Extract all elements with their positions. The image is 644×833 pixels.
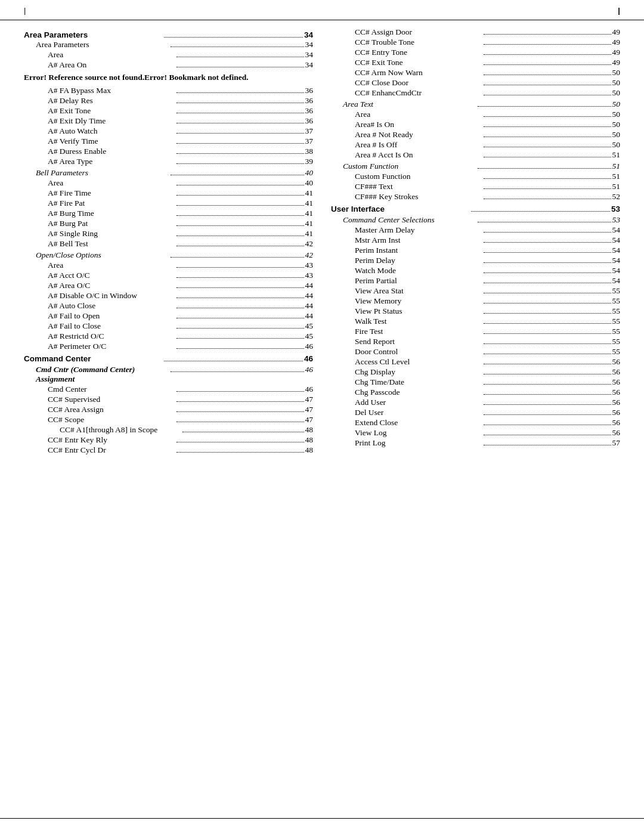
toc-page-number: 49	[612, 48, 621, 57]
entry-label: Cmd Center	[48, 385, 175, 394]
toc-page-number: 56	[612, 428, 621, 438]
toc-subsection: Area Text50	[331, 100, 620, 109]
toc-page-number: 54	[612, 256, 621, 265]
toc-page-number: 56	[612, 418, 621, 428]
toc-dots	[177, 236, 304, 236]
toc-page-number: 36	[305, 106, 314, 116]
toc-dots	[164, 361, 303, 361]
entry-label: A# Acct O/C	[48, 271, 175, 280]
toc-entry: View Pt Status55	[331, 306, 620, 316]
toc-dots	[484, 232, 611, 233]
section-label: Area Parameters	[24, 30, 163, 39]
toc-page-number: 45	[305, 332, 314, 341]
toc-entry: A# Exit Dly Time36	[24, 116, 313, 126]
entry-label: A# Auto Close	[48, 301, 175, 311]
toc-dots	[171, 175, 304, 175]
entry-label: A# Restrictd O/C	[48, 332, 175, 341]
toc-entry: Watch Mode54	[331, 266, 620, 275]
entry-label: A# Single Ring	[48, 229, 175, 239]
toc-dots	[171, 47, 304, 47]
toc-dots	[484, 404, 611, 405]
entry-label: A# Area On	[48, 60, 175, 70]
toc-page-number: 40	[305, 168, 314, 178]
toc-entry: A# Bell Test42	[24, 239, 313, 249]
toc-dots	[177, 318, 304, 318]
entry-label: Watch Mode	[355, 266, 482, 275]
toc-page-number: 56	[612, 398, 621, 407]
header-separator: |	[618, 6, 620, 15]
toc-dots	[484, 157, 611, 157]
toc-page-number: 44	[305, 291, 314, 301]
toc-entry: Area# Is On50	[331, 120, 620, 129]
entry-label: A# Exit Dly Time	[48, 116, 175, 126]
toc-page-number: 55	[612, 286, 621, 296]
left-column: Area Parameters34Area Parameters34Area34…	[24, 25, 313, 818]
toc-page-number: 50	[612, 140, 621, 150]
toc-entry: View Area Stat55	[331, 286, 620, 296]
toc-page-number: 41	[305, 209, 314, 218]
entry-label: A# Duress Enable	[48, 147, 175, 156]
toc-page-number: 50	[612, 110, 621, 119]
toc-page-number: 51	[612, 150, 621, 160]
toc-entry: Del User56	[331, 408, 620, 417]
entry-label: Add User	[355, 398, 482, 407]
subsection-label: Bell Parameters	[36, 168, 169, 178]
toc-page-number: 54	[612, 266, 621, 275]
entry-label: Area# Is On	[355, 120, 482, 129]
entry-label: A# Area O/C	[48, 281, 175, 290]
entry-label: Area # Acct Is On	[355, 150, 482, 160]
toc-page-number: 54	[612, 276, 621, 286]
toc-subsection: Command Center Selections53	[331, 215, 620, 225]
toc-page-number: 44	[305, 311, 314, 321]
toc-page-number: 55	[612, 347, 621, 357]
toc-dots	[177, 225, 304, 226]
toc-page-number: 54	[612, 236, 621, 245]
toc-page-number: 53	[611, 205, 620, 213]
toc-entry: Area43	[24, 261, 313, 270]
toc-entry: A# Area Type39	[24, 157, 313, 166]
entry-label: Send Report	[355, 337, 482, 346]
entry-label: Custom Function	[355, 172, 482, 181]
toc-page-number: 47	[305, 395, 314, 404]
entry-label: CC# Trouble Tone	[355, 38, 482, 47]
toc-dots	[484, 199, 611, 199]
toc-entry: Area # Is Off50	[331, 140, 620, 150]
toc-page-number: 42	[305, 239, 314, 249]
toc-dots	[484, 147, 611, 147]
toc-page-number: 55	[612, 296, 621, 306]
toc-page-number: 56	[612, 377, 621, 387]
toc-entry: Door Control55	[331, 347, 620, 357]
toc-page-number: 54	[612, 246, 621, 255]
toc-entry: CC# Assign Door49	[331, 27, 620, 37]
toc-page-number: 52	[612, 192, 621, 202]
toc-dots	[484, 54, 611, 55]
toc-entry: CC# Trouble Tone49	[331, 38, 620, 47]
toc-entry: CC# Arm Now Warn50	[331, 68, 620, 78]
toc-dots	[177, 246, 304, 246]
toc-dots	[478, 222, 611, 222]
toc-entry: A# Perimeter O/C46	[24, 342, 313, 351]
toc-entry: Chg Passcode56	[331, 388, 620, 397]
toc-entry: Perim Partial54	[331, 276, 620, 286]
toc-page-number: 56	[612, 388, 621, 397]
toc-dots	[478, 106, 611, 107]
entry-label: A# Fail to Open	[48, 311, 175, 321]
toc-entry: CF### Key Strokes52	[331, 192, 620, 202]
toc-dots	[484, 343, 611, 344]
toc-page-number: 47	[305, 405, 314, 414]
toc-page-number: 46	[304, 354, 313, 363]
toc-dots	[484, 126, 611, 127]
entry-label: Mstr Arm Inst	[355, 236, 482, 245]
entry-label: Perim Partial	[355, 276, 482, 286]
toc-entry: CF### Text51	[331, 182, 620, 191]
toc-page-number: 40	[305, 178, 314, 188]
toc-page-number: 39	[305, 157, 314, 166]
toc-page-number: 43	[305, 271, 314, 280]
toc-page-number: 55	[612, 317, 621, 326]
toc-dots	[484, 425, 611, 425]
entry-label: Extend Close	[355, 418, 482, 428]
toc-dots	[177, 411, 304, 412]
section-label: User Interface	[331, 205, 470, 213]
toc-dots	[177, 422, 304, 422]
entry-label: Perim Instant	[355, 246, 482, 255]
